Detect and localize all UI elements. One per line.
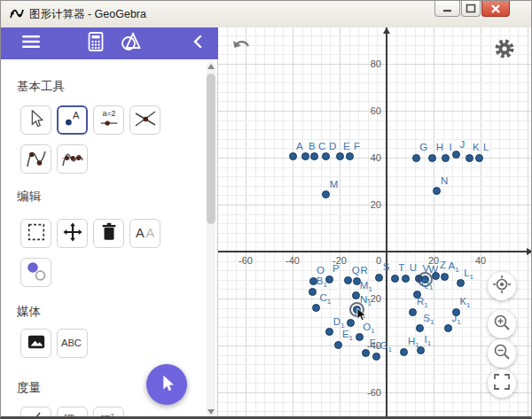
- graph-point[interactable]: [412, 154, 420, 162]
- point-label: E1: [342, 329, 353, 342]
- tool-distance-button[interactable]: cm: [57, 407, 88, 419]
- tool-text-button[interactable]: ABC: [57, 329, 88, 358]
- point-label: F1: [370, 338, 379, 351]
- section-title: 基本工具: [17, 79, 65, 95]
- pointer-fab-button[interactable]: [146, 364, 187, 405]
- section-title: 度量: [17, 380, 41, 396]
- point-label: B1: [317, 275, 327, 289]
- distance-tool-icon: cm: [61, 408, 84, 419]
- tool-move-button[interactable]: [20, 105, 51, 135]
- point-label: P: [332, 263, 340, 274]
- point-label: A1: [448, 260, 458, 274]
- tool-extremum-button[interactable]: [20, 144, 51, 174]
- graph-point[interactable]: [322, 152, 330, 160]
- pointer-fab-icon: [156, 372, 177, 397]
- graph-point[interactable]: [402, 275, 410, 283]
- tool-style-button[interactable]: AA: [129, 219, 160, 248]
- tool-point-button[interactable]: A: [57, 105, 88, 135]
- undo-icon: [231, 39, 254, 62]
- graphics-view[interactable]: -60-40-20204080604020-20-40-600ABCDEFGHI…: [218, 27, 532, 419]
- point-label: T: [398, 262, 404, 273]
- graph-point[interactable]: [301, 152, 309, 160]
- minimize-button[interactable]: [434, 1, 460, 17]
- header-tab-tools-view[interactable]: [116, 31, 146, 56]
- close-button[interactable]: [481, 1, 510, 17]
- point-label: S: [383, 261, 390, 272]
- graph-point[interactable]: [344, 276, 352, 284]
- calculator-icon: [86, 31, 106, 56]
- point-label: K1: [459, 296, 470, 309]
- graph-point[interactable]: [289, 152, 297, 160]
- point-label: Q: [352, 265, 360, 275]
- point-label: M: [330, 179, 339, 190]
- tool-show-hide-button[interactable]: [20, 258, 51, 287]
- x-axis: [218, 251, 532, 252]
- sidebar-header: [1, 27, 218, 59]
- point-label: G: [419, 142, 427, 152]
- roots-tool-icon: [61, 146, 84, 173]
- fullscreen-button[interactable]: [488, 369, 516, 398]
- header-tab-collapse[interactable]: [183, 31, 213, 56]
- show-hide-object-icon: [25, 260, 48, 286]
- point-tool-icon: A: [62, 108, 83, 133]
- point-label: C1: [320, 292, 332, 306]
- graph-point[interactable]: [428, 154, 436, 162]
- tool-translate-button[interactable]: [57, 219, 88, 248]
- tool-delete-button[interactable]: [93, 219, 124, 248]
- svg-text:A: A: [136, 225, 145, 239]
- tool-slider-button[interactable]: a=2: [93, 105, 124, 135]
- graph-point[interactable]: [310, 152, 318, 160]
- point-label: K: [473, 142, 480, 152]
- graph-point[interactable]: [322, 190, 330, 198]
- svg-text:a=2: a=2: [102, 109, 115, 118]
- point-label: N1: [360, 294, 372, 307]
- svg-text:A: A: [73, 109, 80, 120]
- tool-area-button[interactable]: cm²: [93, 407, 124, 419]
- point-label: A: [296, 141, 303, 151]
- header-tab-menu[interactable]: [16, 31, 46, 56]
- graph-point[interactable]: [432, 272, 440, 280]
- standard-view-button[interactable]: [488, 272, 516, 300]
- header-tab-algebra-view[interactable]: [81, 31, 111, 56]
- collapse-panel-icon: [192, 34, 204, 53]
- image-tool-icon: [26, 332, 47, 355]
- scroll-up-icon[interactable]: [207, 64, 215, 69]
- tool-image-button[interactable]: [20, 329, 51, 358]
- graph-point[interactable]: [336, 152, 344, 160]
- scroll-down-icon[interactable]: [207, 409, 215, 415]
- graph-point[interactable]: [466, 154, 473, 162]
- extremum-tool-icon: [25, 146, 48, 173]
- point-label: F: [354, 141, 360, 151]
- tool-angle-button[interactable]: [20, 407, 51, 419]
- tool-roots-button[interactable]: [57, 144, 88, 174]
- intersect-tool-icon: [134, 107, 157, 134]
- point-label: M1: [360, 280, 372, 293]
- tool-intersect-button[interactable]: [129, 105, 160, 135]
- delete-tool-icon: [99, 221, 119, 246]
- point-label: B: [309, 141, 316, 151]
- text-tool-icon: ABC: [60, 335, 85, 353]
- graph-point[interactable]: [391, 275, 399, 283]
- standard-view-icon: [492, 275, 512, 298]
- svg-text:A: A: [145, 225, 154, 239]
- graph-point[interactable]: [475, 154, 483, 162]
- angle-tool-icon: [25, 408, 48, 419]
- tool-select-button[interactable]: [20, 219, 51, 248]
- graph-point[interactable]: [433, 187, 441, 195]
- undo-button[interactable]: [231, 39, 254, 62]
- svg-text:cm²: cm²: [100, 413, 113, 419]
- graph-point[interactable]: [442, 154, 450, 162]
- text-style-icon: AA: [134, 222, 157, 245]
- point-label: S1: [423, 313, 434, 326]
- zoom-out-button[interactable]: [488, 339, 516, 368]
- maximize-button[interactable]: [461, 1, 481, 17]
- svg-text:ABC: ABC: [60, 337, 81, 347]
- settings-button[interactable]: [493, 39, 516, 62]
- window-title: 图形计算器 - GeoGebra: [29, 7, 146, 22]
- zoom-in-button[interactable]: [488, 310, 516, 338]
- point-label: E: [343, 141, 350, 151]
- scrollbar-thumb[interactable]: [207, 74, 215, 224]
- svg-text:cm: cm: [64, 412, 74, 419]
- point-label: Z: [440, 260, 446, 270]
- app-window: 图形计算器 - GeoGebra 基本工具Aa=2编辑AA媒体ABC度量cmcm…: [0, 0, 532, 419]
